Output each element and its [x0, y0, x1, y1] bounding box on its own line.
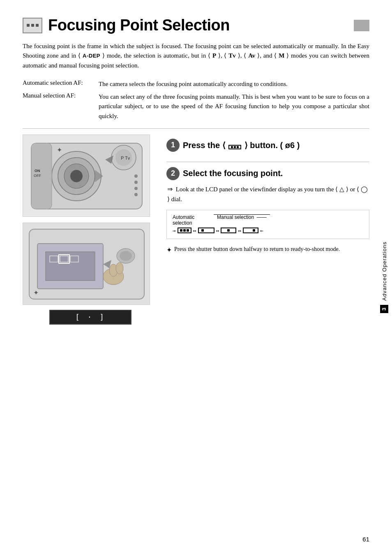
step-2-header: 2 Select the focusing point. [166, 167, 369, 180]
note: ✦ Press the shutter button down halfway … [166, 245, 369, 255]
dot2 [31, 24, 34, 27]
fp-frame-3 [221, 228, 236, 233]
svg-text:✦: ✦ [57, 146, 62, 153]
svg-point-31 [120, 251, 132, 261]
title-row: Focusing Point Selection [23, 16, 369, 34]
intro-paragraph: The focusing point is the frame in which… [23, 42, 369, 70]
fp-auto-label: Automatic selection [173, 214, 205, 226]
dot-l [180, 229, 182, 232]
page-number: 61 [362, 536, 369, 543]
button-dots [231, 146, 239, 148]
title-icon [23, 18, 42, 33]
fp-arrow-start: → [173, 228, 176, 234]
camera-top-svg: P Tv ON OFF ✦ [23, 135, 150, 217]
main-content: P Tv ON OFF ✦ [23, 135, 369, 325]
step-2-number: 2 [166, 167, 180, 180]
camera-bottom-svg: ✦ [23, 223, 150, 305]
fp-frame-2 [198, 228, 214, 233]
svg-text:✦: ✦ [33, 289, 39, 296]
page: 3 Advanced Operations Focusing Point Sel… [0, 0, 392, 555]
separator-2 [166, 162, 369, 162]
separator-1 [23, 128, 369, 129]
svg-text:P Tv: P Tv [121, 156, 130, 160]
camera-top-image: P Tv ON OFF ✦ [23, 135, 150, 217]
dot3 [36, 24, 39, 27]
step-1-text: Press the ⟨ ⟩ button. ( ø6 ) [183, 139, 300, 150]
step-1: 1 Press the ⟨ ⟩ button. ( ø6 ) [166, 135, 369, 152]
def-desc-auto: The camera selects the focusing point au… [99, 79, 369, 89]
camera-bottom-image: ✦ [23, 223, 150, 305]
dot-center-only [227, 229, 230, 232]
title-icon-dots [27, 24, 39, 27]
manual-bracket-top-line [214, 214, 270, 215]
af-point-button [228, 145, 241, 149]
focusing-point-diagram: Automatic selection Manual selection —— … [166, 210, 369, 239]
right-column: 1 Press the ⟨ ⟩ button. ( ø6 ) 2 Select … [166, 135, 369, 325]
def-desc-manual: You can select any of the three focusing… [99, 92, 369, 121]
page-title: Focusing Point Selection [48, 16, 230, 34]
dot-left [231, 146, 233, 148]
fp-sequence-row: → ↔ ↔ [173, 228, 363, 234]
svg-point-14 [134, 181, 138, 184]
fp-manual-label-inner: Manual selection —— [214, 214, 270, 220]
fp-arrow-1: ↔ [193, 228, 196, 234]
sidebar-chapter-number: 3 [380, 305, 388, 313]
def-term-auto: Automatic selection AF: [23, 79, 99, 89]
step-2-desc: ⇒ Look at the LCD panel or the viewfinde… [166, 184, 369, 204]
fp-arrow-end: ← [260, 228, 263, 234]
svg-point-4 [70, 170, 83, 182]
def-term-manual: Manual selection AF: [23, 92, 99, 121]
note-bullet-icon: ✦ [166, 245, 172, 255]
step-1-number: 1 [166, 139, 180, 152]
lcd-text: [ · ] [75, 313, 106, 321]
fp-auto-label-line2: selection [173, 220, 192, 226]
fp-labels-row: Automatic selection Manual selection —— [173, 214, 363, 226]
dot-right [237, 146, 239, 148]
fp-manual-label-text: Manual selection —— [217, 214, 267, 220]
dot-r [187, 229, 189, 232]
lcd-display: [ · ] [49, 310, 131, 325]
definition-list: Automatic selection AF: The camera selec… [23, 79, 369, 121]
svg-text:OFF: OFF [34, 174, 41, 178]
dot-c [183, 229, 186, 232]
dot-right-only [253, 229, 255, 232]
fp-manual-label-container: Manual selection —— [210, 214, 363, 220]
dot-center [234, 146, 236, 148]
svg-text:ON: ON [35, 169, 40, 173]
fp-frame-1 [178, 228, 191, 233]
left-column: P Tv ON OFF ✦ [23, 135, 158, 325]
fp-auto-label-line1: Automatic [173, 214, 194, 220]
dot-left-only [201, 229, 204, 232]
def-row-auto: Automatic selection AF: The camera selec… [23, 79, 369, 89]
svg-point-13 [134, 174, 138, 178]
fp-frame-4 [243, 228, 258, 233]
sidebar: 3 Advanced Operations [376, 0, 392, 555]
svg-point-16 [134, 193, 138, 196]
svg-point-15 [134, 187, 138, 190]
sidebar-text: Advanced Operations [381, 242, 387, 301]
fp-arrow-3: ↔ [238, 228, 241, 234]
arrow-icon: ⇒ [167, 186, 173, 193]
def-row-manual: Manual selection AF: You can select any … [23, 92, 369, 121]
note-text-content: Press the shutter button down halfway to… [174, 245, 340, 254]
sidebar-label: 3 Advanced Operations [380, 242, 388, 313]
svg-point-27 [116, 262, 123, 274]
fp-arrow-2: ↔ [216, 228, 219, 234]
title-icon-right [354, 20, 369, 31]
step-2-title: Select the focusing point. [183, 169, 283, 178]
dot1 [27, 24, 30, 27]
